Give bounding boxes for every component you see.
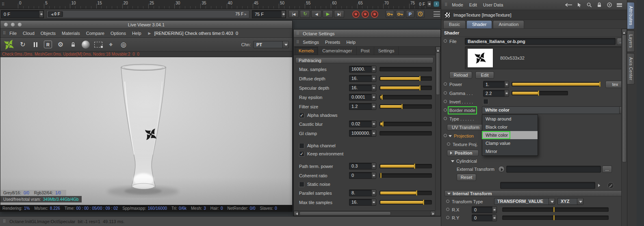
current-frame-field[interactable]: 0 F bbox=[1, 10, 44, 18]
horizontal-scroll-thumb[interactable] bbox=[299, 211, 391, 215]
autokey-button[interactable] bbox=[362, 11, 369, 18]
side-tab-axis-center[interactable]: Axis Center bbox=[627, 53, 635, 84]
scroll-up-button[interactable] bbox=[622, 29, 627, 34]
play-loop-button[interactable]: ↻ bbox=[300, 10, 310, 18]
rx-anim-dot[interactable] bbox=[446, 208, 449, 211]
slider-ray-epsilon[interactable] bbox=[379, 95, 432, 99]
lv-menu-objects[interactable]: Objects bbox=[41, 31, 56, 36]
focus-picker-icon[interactable]: ⌖ bbox=[107, 40, 115, 49]
field-caustic-blur[interactable]: 0.02 bbox=[349, 121, 376, 127]
field-filter-size[interactable]: 1.2 bbox=[349, 103, 376, 110]
field-diffuse-depth[interactable]: 16. bbox=[349, 75, 376, 82]
checkbox-keep-environment[interactable] bbox=[299, 151, 304, 157]
lv-menu-materials[interactable]: Materials bbox=[62, 31, 80, 36]
internal-transform-header[interactable]: Internal Transform bbox=[445, 190, 624, 196]
checkbox-alpha-shadows[interactable] bbox=[299, 113, 304, 118]
slider-max-samples[interactable] bbox=[379, 67, 432, 71]
lv-menu-compare[interactable]: Compare bbox=[86, 31, 104, 36]
power-anim-dot[interactable] bbox=[444, 82, 447, 86]
cylindrical-expand-icon[interactable] bbox=[451, 160, 454, 164]
gamma-anim-dot[interactable] bbox=[444, 91, 447, 95]
stepper-icon[interactable] bbox=[504, 90, 509, 97]
stepper-icon[interactable] bbox=[371, 121, 376, 127]
power-value-field[interactable]: 1. bbox=[483, 81, 509, 88]
border-mode-option-mirror[interactable]: Mirror bbox=[482, 147, 538, 155]
octane-tab-kernels[interactable]: Kernels bbox=[295, 47, 318, 55]
octane-menu-presets[interactable]: Presets bbox=[325, 40, 340, 45]
side-tab-attributes[interactable]: Attributes bbox=[627, 2, 635, 29]
stepper-icon[interactable] bbox=[371, 172, 376, 179]
field-coherent-ratio[interactable]: 0 bbox=[349, 172, 376, 179]
uv-transform-button[interactable]: UV Transform bbox=[447, 124, 484, 131]
octane-menu-help[interactable]: Help bbox=[346, 40, 356, 45]
search-icon[interactable] bbox=[586, 2, 592, 8]
octane-menu-settings[interactable]: Settings bbox=[303, 40, 319, 45]
timeline-playhead-marker[interactable]: 0 F bbox=[48, 11, 63, 17]
scroll-left-button[interactable] bbox=[294, 211, 299, 216]
octane-settings-titlebar[interactable]: ⠿ Octane Settings bbox=[294, 30, 440, 38]
pause-render-icon[interactable] bbox=[31, 40, 39, 49]
menu-expand-arrow-icon[interactable] bbox=[148, 31, 151, 35]
border-mode-anim-dot[interactable] bbox=[444, 108, 447, 112]
ruler-frame-stepper[interactable] bbox=[427, 1, 432, 7]
vertical-scroll-thumb[interactable] bbox=[622, 34, 627, 162]
attr-tab-animation[interactable]: Animation bbox=[493, 20, 524, 28]
lock-resolution-icon[interactable] bbox=[69, 40, 77, 49]
projection-expand-icon[interactable] bbox=[449, 135, 452, 139]
gamma-value-field[interactable]: 2.2 bbox=[483, 90, 509, 97]
attr-menu-user-data[interactable]: User Data bbox=[483, 2, 503, 7]
slider-gi-clamp[interactable] bbox=[379, 131, 432, 136]
stepper-icon[interactable] bbox=[371, 94, 376, 100]
reload-button[interactable]: Reload bbox=[449, 71, 472, 79]
reset-render-icon[interactable]: R bbox=[44, 41, 52, 48]
pathtracing-section-header[interactable]: Pathtracing bbox=[295, 57, 434, 63]
field-max-samples[interactable]: 16000. bbox=[349, 66, 376, 73]
field-path-term-power[interactable]: 0.3 bbox=[349, 163, 376, 170]
range-end-stepper[interactable] bbox=[281, 11, 286, 18]
lv-menu-file[interactable]: File bbox=[9, 31, 17, 36]
border-mode-option-clamp-value[interactable]: Clamp value bbox=[482, 139, 538, 147]
ry-slider[interactable] bbox=[502, 215, 609, 220]
timeline-ruler[interactable]: ⠿ 051015202530354045505560657075 0 F bbox=[0, 0, 441, 9]
stepper-icon[interactable] bbox=[371, 190, 376, 196]
history-back-icon[interactable] bbox=[565, 3, 572, 7]
slider-coherent-ratio[interactable] bbox=[379, 173, 432, 178]
stepper-icon[interactable] bbox=[371, 163, 376, 169]
panel-menu-icon[interactable] bbox=[617, 3, 622, 7]
previous-frame-button[interactable]: ◀ bbox=[311, 10, 321, 18]
key-scale-button[interactable] bbox=[396, 10, 404, 18]
type-anim-dot[interactable] bbox=[444, 117, 447, 120]
keyframe-selection-button[interactable] bbox=[371, 11, 378, 18]
channel-select[interactable]: PT bbox=[253, 41, 289, 48]
texture-thumbnail[interactable] bbox=[467, 48, 493, 68]
timeline-scrubber[interactable]: 0 F 75 F bbox=[46, 10, 249, 18]
key-position-button[interactable] bbox=[386, 10, 394, 18]
axis-order-select[interactable]: XYZ bbox=[557, 198, 583, 205]
octane-tab-settings[interactable]: Settings bbox=[374, 47, 399, 55]
rx-value-field[interactable]: 0 bbox=[472, 207, 497, 213]
field-gi-clamp[interactable]: 1000000. bbox=[349, 130, 376, 137]
stepper-icon[interactable] bbox=[371, 103, 376, 110]
file-path-field[interactable]: Bandiera_Italiana_or-b.png bbox=[465, 38, 616, 45]
stepper-icon[interactable] bbox=[371, 66, 376, 72]
stepper-icon[interactable] bbox=[504, 82, 509, 88]
invert-checkbox[interactable] bbox=[483, 99, 488, 104]
key-parameter-button[interactable]: P bbox=[406, 10, 414, 18]
stepper-icon[interactable] bbox=[371, 130, 376, 136]
field-parallel-samples[interactable]: 8. bbox=[349, 189, 376, 196]
scroll-right-button[interactable] bbox=[430, 211, 435, 216]
lv-menu-options[interactable]: Options bbox=[111, 31, 126, 36]
play-forward-button[interactable]: ▶ bbox=[323, 10, 333, 18]
slider-parallel-samples[interactable] bbox=[379, 191, 432, 195]
slider-diffuse-depth[interactable] bbox=[379, 76, 432, 81]
stepper-icon[interactable] bbox=[492, 215, 497, 221]
slider-max-tile-samples[interactable] bbox=[379, 200, 432, 204]
rx-slider[interactable] bbox=[502, 207, 609, 212]
field-max-tile-samples[interactable]: 16. bbox=[349, 199, 376, 206]
border-mode-option-wrap-around[interactable]: Wrap around bbox=[482, 115, 538, 123]
slider-specular-depth[interactable] bbox=[379, 86, 432, 90]
restart-render-icon[interactable]: ↻ bbox=[19, 40, 27, 49]
field-ray-epsilon[interactable]: 0.0001 bbox=[349, 94, 376, 101]
stepper-icon[interactable] bbox=[371, 75, 376, 82]
transform-type-anim-dot[interactable] bbox=[446, 200, 449, 203]
